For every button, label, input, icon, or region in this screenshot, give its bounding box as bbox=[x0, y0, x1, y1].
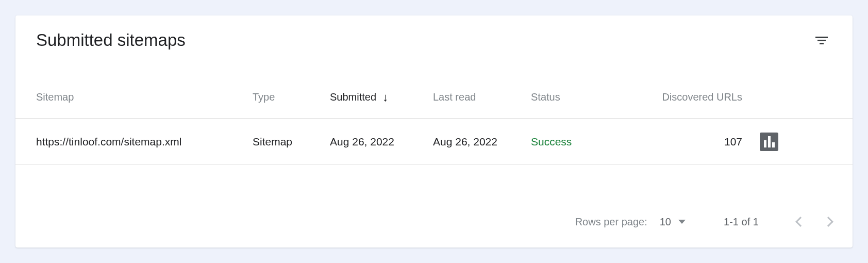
pagination-bar: Rows per page: 10 1-1 of 1 bbox=[15, 196, 853, 248]
rows-per-page-label: Rows per page: bbox=[575, 216, 647, 228]
table-header-row: Sitemap Type Submitted ↓ Last read Statu… bbox=[15, 76, 853, 119]
cell-discovered-urls: 107 bbox=[724, 136, 742, 148]
column-header-submitted[interactable]: Submitted ↓ bbox=[330, 91, 433, 104]
card-title: Submitted sitemaps bbox=[36, 30, 186, 50]
cell-sitemap: https://tinloof.com/sitemap.xml bbox=[36, 136, 253, 148]
pagination-range: 1-1 of 1 bbox=[710, 216, 772, 228]
card-header: Submitted sitemaps bbox=[15, 15, 853, 51]
cell-last-read: Aug 26, 2022 bbox=[433, 136, 531, 148]
chevron-down-icon bbox=[678, 220, 686, 224]
table-row[interactable]: https://tinloof.com/sitemap.xml Sitemap … bbox=[15, 119, 853, 165]
rows-per-page: Rows per page: 10 bbox=[575, 216, 686, 228]
sort-descending-icon: ↓ bbox=[382, 91, 388, 104]
rows-per-page-value: 10 bbox=[660, 216, 671, 228]
rows-per-page-select[interactable]: 10 bbox=[660, 216, 686, 228]
pagination-nav bbox=[797, 218, 832, 225]
cell-type: Sitemap bbox=[253, 136, 330, 148]
column-header-status[interactable]: Status bbox=[531, 91, 639, 103]
column-header-sitemap[interactable]: Sitemap bbox=[36, 91, 253, 103]
cell-status: Success bbox=[531, 136, 639, 148]
previous-page-button[interactable] bbox=[795, 217, 806, 227]
bar-chart-icon[interactable] bbox=[760, 133, 778, 151]
column-header-submitted-label: Submitted bbox=[330, 91, 376, 103]
column-header-type[interactable]: Type bbox=[253, 91, 330, 103]
cell-submitted: Aug 26, 2022 bbox=[330, 136, 433, 148]
column-header-last-read[interactable]: Last read bbox=[433, 91, 531, 103]
sitemaps-table: Sitemap Type Submitted ↓ Last read Statu… bbox=[15, 76, 853, 196]
filter-icon[interactable] bbox=[811, 30, 832, 51]
next-page-button[interactable] bbox=[823, 217, 833, 227]
column-header-discovered-urls[interactable]: Discovered URLs bbox=[662, 91, 742, 103]
submitted-sitemaps-card: Submitted sitemaps Sitemap Type Submitte… bbox=[15, 15, 853, 248]
